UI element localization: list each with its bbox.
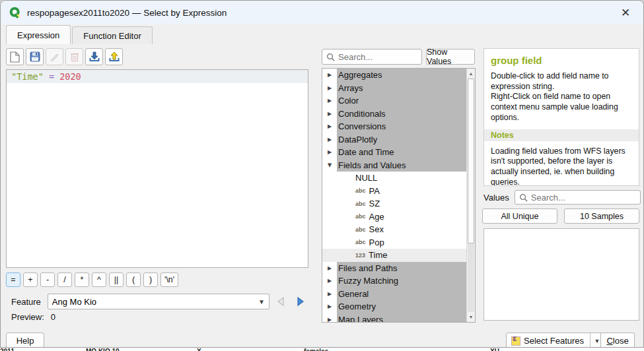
tree-row[interactable]: ▶ 123 Time [322, 249, 466, 262]
operator-button[interactable]: || [109, 272, 124, 287]
tree-row[interactable]: ▶ Files and Paths [322, 262, 466, 275]
tree-row[interactable]: ▶ Date and Time [322, 146, 466, 159]
ten-samples-button[interactable]: 10 Samples [564, 208, 639, 224]
operator-button[interactable]: ) [143, 272, 158, 287]
expand-arrow-icon[interactable]: ▶ [322, 72, 337, 78]
expand-arrow-icon[interactable]: ▶ [322, 201, 337, 207]
tree-row[interactable]: ▶ Map Layers [322, 313, 466, 323]
import-expression-button[interactable] [85, 48, 103, 65]
operator-button[interactable]: - [40, 272, 55, 287]
values-buttons: All Unique 10 Samples [482, 208, 639, 224]
tree-row-label: Aggregates [338, 70, 382, 80]
tree-row[interactable]: ▶ Arrays [322, 82, 466, 95]
expand-arrow-icon[interactable]: ▶ [322, 252, 337, 258]
expand-arrow-icon[interactable]: ▶ [322, 265, 337, 271]
save-expression-button[interactable] [26, 48, 44, 65]
expression-editor[interactable]: "Time" = 2020 [6, 69, 308, 268]
tree-row-label: Age [369, 212, 384, 222]
operator-button[interactable]: ( [126, 272, 141, 287]
tree-row[interactable]: ▶ DataPlotly [322, 133, 466, 146]
tree-row[interactable]: ▶ Fuzzy Matching [322, 274, 466, 288]
operator-button[interactable]: + [23, 272, 38, 287]
tree-row[interactable]: ▶ Color [322, 94, 466, 108]
field-type-icon: 123 [355, 252, 365, 259]
next-feature-button[interactable] [292, 294, 309, 309]
show-values-button[interactable]: Show Values [426, 49, 475, 65]
expand-arrow-icon[interactable]: ▶ [322, 85, 337, 91]
function-search-box[interactable] [322, 49, 422, 65]
scroll-up-icon[interactable]: ▲ [467, 69, 475, 79]
expand-arrow-icon[interactable]: ▶ [322, 188, 337, 194]
tree-row-label: NULL [355, 173, 377, 183]
operator-button[interactable]: * [75, 272, 89, 287]
select-features-split-button[interactable]: Select Features ▼ [506, 333, 604, 348]
tree-row[interactable]: ▶ abc Sex [322, 223, 466, 236]
tree-row[interactable]: ▶ abc SZ [322, 197, 466, 210]
scroll-down-icon[interactable]: ▼ [467, 312, 475, 322]
tree-row[interactable]: ▶ Conditionals [322, 108, 466, 121]
expand-arrow-icon[interactable]: ▶ [322, 291, 337, 297]
all-unique-button[interactable]: All Unique [482, 208, 557, 224]
scrollbar-thumb[interactable] [468, 79, 474, 243]
new-expression-button[interactable] [6, 48, 24, 65]
previous-feature-button[interactable] [272, 294, 289, 309]
expand-arrow-icon[interactable]: ▶ [322, 303, 337, 309]
tab[interactable]: Expression [6, 25, 71, 44]
close-window-button[interactable]: ✕ [616, 4, 635, 21]
select-by-expression-dialog: respopagesex2011to2020 — Select by Expre… [0, 0, 644, 348]
tree-row[interactable]: ▶ abc Pop [322, 236, 466, 249]
operator-button[interactable]: '\n' [161, 272, 178, 287]
expand-arrow-icon[interactable]: ▶ [322, 226, 337, 232]
search-icon [326, 53, 335, 61]
values-search-box[interactable] [515, 190, 641, 205]
tree-row[interactable]: ▶ Conversions [322, 120, 466, 133]
values-search-input[interactable] [531, 193, 636, 203]
tree-row[interactable]: ▶ Geometry [322, 300, 466, 313]
expand-arrow-icon[interactable]: ▶ [322, 137, 337, 143]
feature-combobox[interactable]: Ang Mo Kio ▼ [48, 294, 269, 309]
operator-button[interactable]: ^ [92, 272, 106, 287]
select-features-button[interactable]: Select Features [507, 333, 590, 348]
close-button[interactable]: Close [600, 333, 635, 348]
tree-row-label: PA [369, 186, 380, 196]
expand-arrow-icon[interactable]: ▶ [322, 149, 337, 155]
expand-arrow-icon[interactable]: ▶ [322, 123, 337, 129]
expand-arrow-icon[interactable]: ▶ [322, 278, 337, 284]
tree-row-label: Arrays [338, 83, 363, 93]
expand-arrow-icon[interactable]: ▶ [322, 175, 337, 181]
expand-arrow-icon[interactable]: ▶ [322, 98, 337, 104]
operator-button[interactable]: = [6, 272, 20, 287]
background-text-fragment: females [304, 348, 328, 351]
tree-row[interactable]: ▶ NULL [322, 172, 466, 185]
background-text-fragment: 2011 [0, 348, 15, 351]
tree-row[interactable]: ▶ abc PA [322, 185, 466, 198]
expand-arrow-icon[interactable]: ▶ [322, 111, 337, 117]
tree-row[interactable]: ▶ General [322, 288, 466, 301]
expand-arrow-icon[interactable]: ▶ [322, 317, 337, 322]
tree-row[interactable]: ▶ Fields and Values [322, 159, 466, 172]
expand-arrow-icon[interactable]: ▶ [322, 214, 337, 220]
export-expression-button[interactable] [105, 48, 123, 65]
edit-expression-button[interactable] [46, 48, 63, 65]
delete-expression-button[interactable] [65, 48, 83, 65]
tree-row[interactable]: ▶ abc Age [322, 210, 466, 224]
tree-scrollbar[interactable]: ▲ ▼ [466, 69, 475, 322]
tree-row-label: Map Layers [338, 315, 383, 322]
help-button[interactable]: Help [6, 333, 44, 348]
field-type-icon: abc [355, 201, 366, 207]
help-paragraph-1: Double-click to add field name to expres… [491, 71, 632, 92]
values-list[interactable] [483, 228, 639, 321]
scrollbar-track[interactable] [468, 243, 474, 312]
expand-arrow-icon[interactable]: ▶ [322, 239, 337, 245]
function-search-input[interactable] [338, 52, 417, 62]
expand-arrow-icon[interactable]: ▶ [322, 162, 337, 168]
tab[interactable]: Function Editor [72, 26, 152, 44]
tree-row-label: Date and Time [338, 147, 394, 157]
trash-icon [70, 51, 79, 62]
operator-button[interactable]: / [57, 272, 72, 287]
screen: MO KIO 10XfemalesXU2011 respopagesex2011… [0, 0, 644, 351]
field-type-icon: abc [355, 213, 366, 220]
tree-rows: ▶ Aggregates ▶ Arrays ▶ [322, 69, 466, 322]
expression-token: "Time" [11, 71, 44, 82]
tree-row[interactable]: ▶ Aggregates [322, 69, 466, 82]
